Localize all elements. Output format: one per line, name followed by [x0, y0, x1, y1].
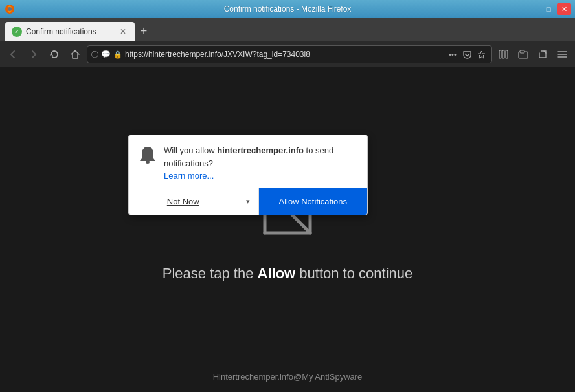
svg-rect-3	[502, 50, 504, 58]
bookmarks-button[interactable]	[495, 45, 513, 63]
svg-rect-2	[499, 50, 501, 58]
window-title: Confirm notifications - Mozilla Firefox	[224, 5, 352, 14]
bookmarks-icon	[499, 50, 509, 59]
popup-action-buttons: Not Now ▾ Allow Notifications	[129, 188, 367, 215]
reload-icon	[50, 50, 59, 59]
maximize-button[interactable]: □	[541, 3, 556, 15]
svg-point-11	[146, 160, 150, 164]
expand-icon	[538, 50, 547, 59]
bookmark-star-button[interactable]	[475, 48, 488, 61]
toolbar-extras	[495, 45, 571, 63]
allow-notifications-button[interactable]: Allow Notifications	[259, 188, 368, 215]
synced-tabs-icon	[518, 50, 528, 59]
info-icon: ⓘ	[91, 50, 98, 60]
forward-icon	[29, 50, 38, 59]
hamburger-menu-button[interactable]	[553, 45, 571, 63]
minimize-button[interactable]: –	[526, 3, 540, 15]
home-icon	[71, 50, 80, 59]
notification-popup: Will you allow hintertrechemper.info to …	[128, 135, 368, 215]
svg-rect-6	[520, 50, 524, 53]
page-content: Will you allow hintertrechemper.info to …	[0, 67, 575, 389]
pocket-icon	[463, 50, 471, 59]
new-tab-button[interactable]: +	[135, 22, 153, 40]
reload-button[interactable]	[45, 45, 63, 63]
back-button[interactable]	[4, 45, 22, 63]
synced-tabs-button[interactable]	[514, 45, 532, 63]
notification-bell-icon	[139, 146, 156, 168]
forward-button[interactable]	[25, 45, 43, 63]
not-now-button[interactable]: Not Now	[129, 188, 238, 215]
close-button[interactable]: ✕	[557, 3, 571, 15]
tab-title: Confirm notifications	[26, 27, 114, 36]
back-icon	[8, 50, 17, 59]
star-icon	[477, 50, 486, 59]
tab-bar: Confirm notifications ✕ +	[0, 18, 575, 41]
url-bar[interactable]: ⓘ 💬 🔒 https://hintertrechemper.info/JXVX…	[87, 45, 492, 63]
expand-button[interactable]	[534, 45, 552, 63]
active-tab[interactable]: Confirm notifications ✕	[5, 22, 135, 41]
tab-favicon	[12, 27, 22, 37]
svg-point-1	[8, 7, 12, 11]
url-action-buttons: •••	[446, 48, 488, 61]
hamburger-icon	[557, 50, 567, 59]
popup-body: Will you allow hintertrechemper.info to …	[129, 135, 367, 188]
titlebar-firefox-icon	[4, 3, 16, 15]
url-text: https://hintertrechemper.info/JXVXIW?tag…	[125, 50, 444, 59]
popup-site-name: hintertrechemper.info	[217, 146, 304, 155]
svg-rect-4	[506, 50, 508, 58]
titlebar: Confirm notifications - Mozilla Firefox …	[0, 0, 575, 18]
popup-content: Will you allow hintertrechemper.info to …	[164, 144, 357, 181]
popup-question-text: Will you allow hintertrechemper.info to …	[164, 144, 357, 169]
notification-icon: 💬	[101, 50, 111, 59]
navigation-bar: ⓘ 💬 🔒 https://hintertrechemper.info/JXVX…	[0, 41, 575, 67]
main-text: Please tap the Allow button to continue	[163, 265, 412, 282]
lock-icon: 🔒	[113, 50, 122, 59]
learn-more-link[interactable]: Learn more...	[164, 171, 214, 180]
firefox-logo-icon	[4, 3, 16, 15]
pocket-button[interactable]	[460, 48, 473, 61]
main-text-allow: Allow	[258, 265, 296, 281]
tab-close-button[interactable]: ✕	[118, 27, 128, 37]
footer-text: Hintertrechemper.info@My AntiSpyware	[213, 372, 363, 382]
more-actions-button[interactable]: •••	[446, 48, 459, 61]
home-button[interactable]	[66, 45, 84, 63]
titlebar-window-controls[interactable]: – □ ✕	[526, 3, 571, 15]
not-now-dropdown-button[interactable]: ▾	[238, 188, 259, 215]
